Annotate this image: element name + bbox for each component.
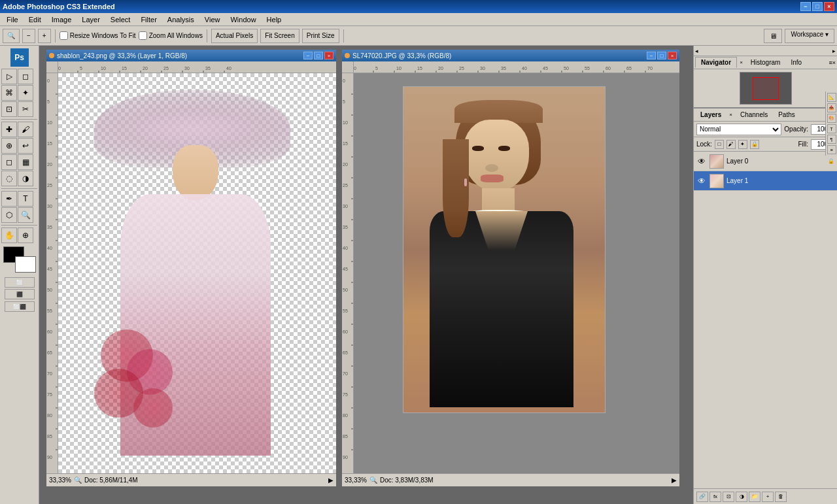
panel-expand-btn[interactable]: ▸ — [832, 48, 836, 54]
navigator-view-box[interactable] — [753, 77, 779, 100]
link-layers-btn[interactable]: 🔗 — [696, 492, 708, 502]
menu-image[interactable]: Image — [46, 14, 77, 25]
mask-btn[interactable]: ⊡ — [723, 492, 734, 502]
new-layer-btn[interactable]: + — [762, 492, 774, 502]
color-swatches — [3, 246, 36, 273]
doc-close-right[interactable]: × — [668, 52, 677, 59]
blend-mode-select[interactable]: Normal — [696, 124, 781, 135]
doc-min-left[interactable]: − — [303, 52, 313, 59]
menu-window[interactable]: Window — [225, 14, 261, 25]
tool-icon-button[interactable]: 🔍 — [3, 29, 20, 43]
brush-tool[interactable]: 🖌 — [18, 122, 33, 137]
menu-file[interactable]: File — [1, 14, 24, 25]
gradient-tool[interactable]: ▦ — [18, 154, 33, 170]
lock-transparent-btn[interactable]: □ — [715, 140, 724, 149]
zoom-icon-right[interactable]: 🔍 — [369, 477, 377, 484]
quick-mask-button[interactable]: ⬛ — [5, 289, 35, 299]
menu-analysis[interactable]: Analysis — [162, 14, 199, 25]
zoom-tool-2[interactable]: ⊕ — [18, 227, 33, 243]
workspace-button[interactable]: Workspace ▾ — [785, 29, 834, 43]
doc-close-left[interactable]: × — [324, 52, 333, 59]
svg-text:35: 35 — [343, 225, 348, 229]
layer-eye-1[interactable]: 👁 — [696, 176, 707, 186]
lock-image-btn[interactable]: 🖌 — [726, 140, 736, 149]
lasso-tool[interactable]: ⌘ — [1, 85, 17, 101]
hand-tool[interactable]: ✋ — [1, 227, 17, 243]
lock-position-btn[interactable]: ✦ — [738, 140, 747, 149]
tab-histogram[interactable]: Histogram — [745, 58, 786, 67]
doc-title-text-left: shablon_243.png @ 33,3% (Layer 1, RGB/8) — [57, 52, 302, 59]
history-brush-tool[interactable]: ↩ — [18, 138, 33, 154]
menu-view[interactable]: View — [199, 14, 226, 25]
delete-layer-btn[interactable]: 🗑 — [775, 492, 787, 502]
tab-layers[interactable]: Layers — [695, 110, 726, 120]
adjustment-btn[interactable]: ◑ — [736, 492, 747, 502]
path-tool[interactable]: ⬡ — [1, 207, 17, 223]
fx-btn[interactable]: fx — [709, 492, 721, 502]
folder-btn[interactable]: 📁 — [749, 492, 760, 502]
standard-mode-button[interactable]: ⬜ — [5, 277, 35, 288]
scroll-right-left[interactable]: ▶ — [328, 477, 333, 484]
blur-tool[interactable]: ◌ — [1, 171, 17, 186]
restore-button[interactable]: □ — [812, 2, 823, 11]
minimize-button[interactable]: − — [800, 2, 811, 11]
zoom-tool[interactable]: 🔍 — [18, 207, 33, 223]
menu-edit[interactable]: Edit — [24, 14, 46, 25]
side-icon-4[interactable]: T — [827, 124, 836, 133]
pen-tool[interactable]: ✒ — [1, 191, 17, 207]
slice-tool[interactable]: ✂ — [18, 101, 33, 117]
svg-text:10: 10 — [47, 120, 52, 125]
side-icon-1[interactable]: 📐 — [827, 93, 836, 102]
actual-pixels-button[interactable]: Actual Pixels — [211, 29, 258, 43]
menu-select[interactable]: Select — [105, 14, 136, 25]
dodge-tool[interactable]: ◑ — [18, 171, 33, 186]
blend-row: Normal Opacity: — [694, 122, 837, 137]
layer-eye-0[interactable]: 👁 — [696, 156, 707, 167]
resize-windows-input[interactable] — [60, 31, 68, 40]
top-panel-close[interactable]: × — [832, 59, 836, 66]
panel-toggle-btn[interactable]: ◂ — [695, 48, 698, 54]
side-icon-2[interactable]: 📤 — [827, 103, 836, 112]
zoom-minus-button[interactable]: − — [22, 29, 35, 43]
menu-help[interactable]: Help — [262, 14, 287, 25]
menu-filter[interactable]: Filter — [135, 14, 162, 25]
zoom-plus-button[interactable]: + — [38, 29, 51, 43]
layer-item-0[interactable]: 👁 Layer 0 🔒 — [694, 152, 837, 171]
move-tool[interactable]: ▷ — [1, 69, 17, 84]
doc-max-left[interactable]: □ — [314, 52, 323, 59]
tab-navigator-close[interactable]: × — [737, 58, 745, 67]
tab-navigator[interactable]: Navigator — [695, 57, 737, 68]
zoom-icon-left[interactable]: 🔍 — [74, 477, 82, 484]
side-icons-strip: 📐 📤 🎨 T ¶ ≡ — [825, 92, 837, 156]
print-size-button[interactable]: Print Size — [302, 29, 339, 43]
side-icon-5[interactable]: ¶ — [827, 135, 836, 144]
selection-tool[interactable]: ◻ — [18, 69, 33, 84]
clone-tool[interactable]: ⊕ — [1, 138, 17, 154]
screen-mode-button[interactable]: ⬜⬛ — [5, 301, 35, 312]
layer-item-1[interactable]: 👁 Layer 1 — [694, 171, 837, 191]
eraser-tool[interactable]: ◻ — [1, 154, 17, 170]
lock-all-btn[interactable]: 🔒 — [750, 140, 759, 149]
tab-channels[interactable]: Channels — [735, 110, 773, 120]
fit-screen-button[interactable]: Fit Screen — [260, 29, 299, 43]
side-icon-3[interactable]: 🎨 — [827, 114, 836, 123]
tab-paths[interactable]: Paths — [773, 110, 800, 120]
canvas-left[interactable] — [58, 73, 336, 473]
tab-layers-close[interactable]: × — [726, 110, 735, 119]
text-tool[interactable]: T — [18, 191, 33, 207]
scroll-right-right[interactable]: ▶ — [672, 477, 677, 484]
crop-tool[interactable]: ⊡ — [1, 101, 17, 117]
close-button[interactable]: × — [824, 2, 834, 11]
doc-max-right[interactable]: □ — [657, 52, 666, 59]
doc-min-right[interactable]: − — [647, 52, 656, 59]
healing-tool[interactable]: ✚ — [1, 122, 17, 137]
zoom-all-checkbox[interactable]: Zoom All Windows — [139, 31, 203, 40]
menu-layer[interactable]: Layer — [77, 14, 105, 25]
canvas-right[interactable] — [354, 73, 679, 473]
resize-windows-checkbox[interactable]: Resize Windows To Fit — [60, 31, 136, 40]
side-icon-6[interactable]: ≡ — [827, 145, 836, 154]
background-color[interactable] — [15, 256, 36, 273]
zoom-all-input[interactable] — [139, 31, 147, 40]
magic-wand-tool[interactable]: ✦ — [18, 85, 33, 101]
tab-info[interactable]: Info — [785, 58, 807, 67]
